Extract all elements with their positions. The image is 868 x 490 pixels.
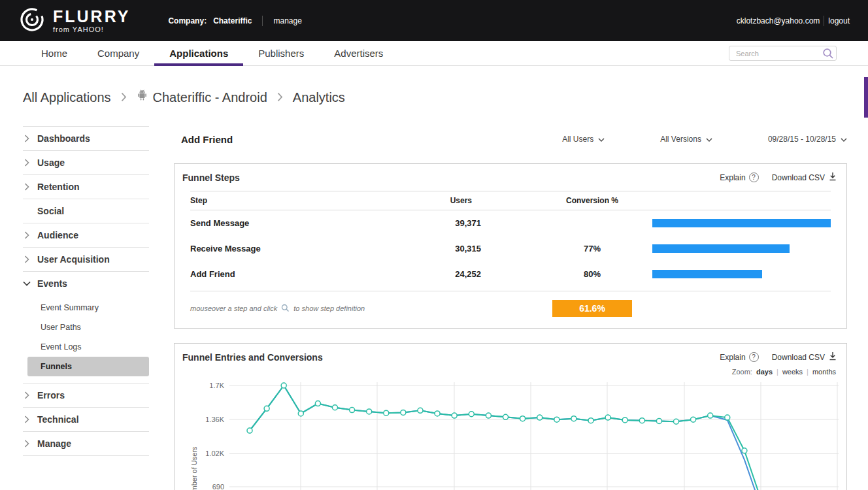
- download-csv-label: Download CSV: [772, 173, 825, 182]
- company-section: Company: Chateriffic manage: [168, 16, 301, 26]
- sidebar-item-social[interactable]: Social: [23, 199, 149, 223]
- svg-text:1.7K: 1.7K: [209, 382, 224, 389]
- breadcrumb-app-label: Chateriffic - Android: [153, 90, 267, 105]
- logout-link[interactable]: logout: [828, 16, 850, 25]
- zoom-label: Zoom:: [732, 368, 752, 376]
- magnifier-icon: [281, 304, 290, 314]
- page-title: Add Friend: [181, 134, 233, 145]
- chevron-down-icon: [598, 135, 605, 144]
- funnel-steps-panel: Funnel Steps Explain ? Download CSV: [174, 163, 847, 329]
- sidebar-sub-label: Event Summary: [41, 303, 99, 312]
- nav-item-company[interactable]: Company: [82, 41, 154, 65]
- svg-text:1.36K: 1.36K: [205, 416, 224, 423]
- filters: All Users All Versions 09/28/15 - 10/28/…: [507, 135, 847, 144]
- sidebar-item-audience[interactable]: Audience: [23, 223, 149, 247]
- date-range-dropdown[interactable]: 09/28/15 - 10/28/15: [768, 135, 847, 144]
- chevron-down-icon: [841, 135, 847, 144]
- search-input[interactable]: [729, 46, 837, 61]
- users-filter-dropdown[interactable]: All Users: [562, 135, 605, 144]
- explain-label: Explain: [720, 173, 745, 182]
- funnel-chart-panel: Funnel Entries and Conversions Explain ?…: [174, 343, 847, 490]
- brand-subtitle: from YAHOO!: [53, 26, 130, 34]
- sidebar-item-errors[interactable]: Errors: [23, 383, 149, 407]
- account-section: cklotzbach@yahoo.com logout: [737, 16, 850, 26]
- sidebar-item-retention[interactable]: Retention: [23, 174, 149, 199]
- sidebar-item-events[interactable]: Events: [23, 271, 149, 295]
- bar-cell: [651, 270, 831, 278]
- funnel-bar-1: [652, 244, 790, 253]
- panel-actions: Explain ? Download CSV: [720, 172, 837, 183]
- funnel-steps-header: Funnel Steps Explain ? Download CSV: [175, 164, 846, 188]
- versions-filter-label: All Versions: [660, 135, 701, 144]
- explain-button[interactable]: Explain ?: [720, 172, 758, 182]
- sidebar-item-user-paths[interactable]: User Paths: [23, 318, 149, 337]
- chevron-right-icon: [23, 135, 31, 142]
- nav-item-publishers[interactable]: Publishers: [243, 41, 319, 65]
- nav-item-advertisers[interactable]: Advertisers: [319, 41, 398, 65]
- step-users: 24,252: [422, 269, 481, 279]
- zoom-weeks[interactable]: weeks: [782, 368, 803, 376]
- sidebar-item-dashboards[interactable]: Dashboards: [23, 126, 149, 150]
- step-name[interactable]: Send Message: [190, 218, 422, 228]
- table-row: Receive Message 30,315 77%: [190, 236, 831, 261]
- feedback-tab[interactable]: [864, 77, 868, 118]
- chevron-right-icon: [23, 391, 31, 399]
- svg-text:690: 690: [212, 483, 224, 490]
- step-definition-note: mouseover a step and click to show step …: [190, 304, 533, 314]
- breadcrumb-analytics: Analytics: [293, 90, 345, 105]
- step-users: 39,371: [422, 218, 481, 228]
- download-csv-button[interactable]: Download CSV: [772, 351, 837, 363]
- android-icon: [137, 90, 148, 105]
- flurry-logo[interactable]: FLURRY from YAHOO!: [18, 6, 130, 36]
- download-csv-label: Download CSV: [772, 353, 825, 362]
- breadcrumb: All Applications Chateriffic - Android A…: [23, 90, 868, 105]
- step-conversion: 77%: [533, 244, 651, 253]
- topbar: FLURRY from YAHOO! Company: Chateriffic …: [0, 0, 868, 41]
- svg-text:1.02K: 1.02K: [205, 449, 224, 457]
- divider: |: [807, 368, 809, 376]
- breadcrumb-app[interactable]: Chateriffic - Android: [137, 90, 267, 105]
- nav-item-applications[interactable]: Applications: [154, 41, 243, 65]
- flurry-logo-icon: [18, 6, 46, 36]
- sidebar-item-event-summary[interactable]: Event Summary: [23, 298, 149, 318]
- download-csv-button[interactable]: Download CSV: [772, 172, 837, 183]
- column-header-users: Users: [422, 196, 481, 205]
- main-nav: Home Company Applications Publishers Adv…: [0, 41, 868, 66]
- sidebar-item-manage[interactable]: Manage: [23, 431, 149, 455]
- funnel-bar-2: [652, 270, 762, 278]
- sidebar-item-event-logs[interactable]: Event Logs: [23, 337, 149, 357]
- company-name: Chateriffic: [213, 16, 252, 25]
- breadcrumb-all-applications[interactable]: All Applications: [23, 90, 111, 105]
- table-header-row: Step Users Conversion %: [190, 191, 831, 210]
- funnel-steps-footer: mouseover a step and click to show step …: [190, 291, 831, 328]
- nav-item-home[interactable]: Home: [26, 41, 82, 65]
- sidebar-item-label: Usage: [37, 157, 65, 168]
- panel-actions: Explain ? Download CSV: [720, 351, 837, 363]
- download-icon: [828, 172, 837, 183]
- download-icon: [828, 351, 837, 363]
- svg-text:Number of Users: Number of Users: [190, 446, 198, 490]
- funnel-bar-0: [652, 219, 831, 227]
- sidebar-sub-label: Event Logs: [41, 342, 82, 351]
- zoom-days[interactable]: days: [756, 368, 773, 376]
- manage-link[interactable]: manage: [273, 16, 301, 25]
- sidebar-item-user-acquisition[interactable]: User Acquisition: [23, 247, 149, 271]
- explain-button[interactable]: Explain ?: [720, 352, 758, 362]
- sidebar-item-usage[interactable]: Usage: [23, 150, 149, 174]
- zoom-months[interactable]: months: [812, 368, 836, 376]
- main-content: Add Friend All Users All Versions 09/28/…: [174, 126, 847, 490]
- explain-label: Explain: [720, 353, 745, 362]
- chevron-right-icon: [23, 255, 31, 263]
- versions-filter-dropdown[interactable]: All Versions: [660, 135, 712, 144]
- step-name[interactable]: Receive Message: [190, 244, 422, 253]
- sidebar-item-technical[interactable]: Technical: [23, 407, 149, 431]
- search-icon[interactable]: [822, 48, 834, 62]
- chevron-right-icon: [23, 440, 31, 448]
- sidebar-item-label: Errors: [37, 390, 65, 400]
- sidebar-sub-label: Funnels: [41, 362, 72, 371]
- sidebar-item-label: Retention: [37, 182, 80, 192]
- step-users: 30,315: [422, 244, 481, 253]
- step-name[interactable]: Add Friend: [190, 269, 422, 279]
- sidebar-item-funnels[interactable]: Funnels: [27, 357, 149, 376]
- zoom-controls: Zoom: days | weeks | months: [175, 368, 846, 379]
